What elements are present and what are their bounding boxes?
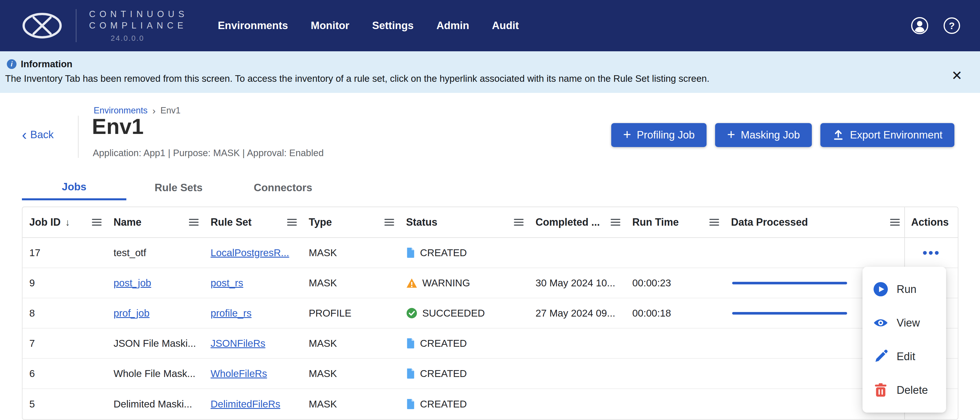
created-file-icon [406, 338, 415, 349]
column-menu-icon[interactable] [385, 219, 394, 226]
cell-job-id: 17 [22, 238, 106, 268]
page-title: Env1 [92, 114, 144, 139]
back-label: Back [30, 129, 54, 141]
col-header-name[interactable]: Name [106, 207, 203, 237]
more-actions-icon[interactable]: ••• [923, 246, 940, 260]
job-name-link[interactable]: post_job [113, 277, 151, 289]
sort-desc-icon[interactable]: ↓ [65, 217, 70, 228]
plus-icon: + [623, 128, 631, 141]
brand-logo[interactable]: CONTINUOUS COMPLIANCE 24.0.0.0 [21, 8, 188, 43]
delphix-logo-icon [21, 12, 63, 40]
rule-set-link[interactable]: WholeFileRs [210, 368, 267, 379]
nav-item-audit[interactable]: Audit [492, 20, 519, 32]
column-menu-icon[interactable] [514, 219, 523, 226]
help-icon[interactable]: ? [943, 18, 960, 34]
rule-set-link[interactable]: DelimitedFileRs [210, 398, 280, 410]
table-row: 8 prof_job profile_rs PROFILE SUCCEEDED … [22, 298, 958, 329]
col-header-status[interactable]: Status [399, 207, 528, 237]
cell-run-time: 00:00:18 [625, 298, 724, 328]
run-play-icon [873, 282, 888, 297]
cell-rule-set: JSONFileRs [203, 329, 301, 358]
data-processed-bar [732, 312, 847, 315]
main-nav: Environments Monitor Settings Admin Audi… [218, 20, 519, 32]
col-header-type[interactable]: Type [301, 207, 399, 237]
main-content: Environments › Env1 ‹ Back Env1 Applicat… [0, 93, 980, 420]
nav-item-settings[interactable]: Settings [372, 20, 414, 32]
cell-data-processed [724, 238, 904, 268]
column-menu-icon[interactable] [710, 219, 719, 226]
cell-run-time [625, 359, 724, 388]
nav-item-admin[interactable]: Admin [436, 20, 469, 32]
nav-item-monitor[interactable]: Monitor [311, 20, 350, 32]
cell-name: post_job [106, 268, 203, 298]
job-name-link[interactable]: prof_job [113, 307, 150, 319]
col-label: Data Processed [731, 216, 808, 228]
menu-item-edit[interactable]: Edit [862, 340, 946, 373]
cell-status: SUCCEEDED [399, 298, 528, 328]
cell-type: MASK [301, 359, 399, 388]
menu-item-label: View [897, 317, 920, 329]
tab-connectors[interactable]: Connectors [231, 175, 335, 200]
table-row: 7 JSON File Maski... JSONFileRs MASK CRE… [22, 329, 958, 359]
cell-job-id: 9 [22, 268, 106, 298]
version-label: 24.0.0.0 [111, 34, 188, 43]
col-header-rule-set[interactable]: Rule Set [203, 207, 301, 237]
header-divider [78, 116, 78, 158]
profiling-job-button[interactable]: + Profiling Job [611, 123, 707, 147]
upload-icon [832, 129, 844, 141]
cell-rule-set: profile_rs [203, 298, 301, 328]
col-header-run-time[interactable]: Run Time [625, 207, 724, 237]
cell-name: prof_job [106, 298, 203, 328]
profiling-job-label: Profiling Job [637, 129, 695, 141]
column-menu-icon[interactable] [611, 219, 620, 226]
cell-job-id: 7 [22, 329, 106, 358]
col-label: Job ID [29, 216, 60, 228]
masking-job-label: Masking Job [741, 129, 800, 141]
cell-type: MASK [301, 238, 399, 268]
col-header-job-id[interactable]: Job ID ↓ [22, 207, 106, 237]
col-label: Completed ... [536, 216, 600, 228]
cell-name: JSON File Maski... [106, 329, 203, 358]
view-eye-icon [873, 315, 888, 330]
menu-item-run[interactable]: Run [862, 272, 946, 306]
account-icon[interactable] [910, 16, 929, 35]
succeeded-check-icon [406, 307, 417, 319]
column-menu-icon[interactable] [890, 219, 900, 226]
col-header-completed[interactable]: Completed ... [528, 207, 625, 237]
cell-status: CREATED [399, 359, 528, 388]
created-file-icon [406, 247, 415, 259]
cell-name: Delimited Maski... [106, 389, 203, 419]
brand-line1: CONTINUOUS [89, 8, 188, 20]
col-label: Status [406, 216, 438, 228]
export-environment-button[interactable]: Export Environment [820, 123, 955, 147]
cell-rule-set: WholeFileRs [203, 359, 301, 388]
menu-item-view[interactable]: View [862, 306, 946, 340]
column-menu-icon[interactable] [189, 219, 199, 226]
delete-trash-icon [873, 383, 888, 398]
cell-completed [528, 359, 625, 388]
menu-item-delete[interactable]: Delete [862, 373, 946, 407]
cell-name: test_otf [106, 238, 203, 268]
cell-run-time [625, 329, 724, 358]
tab-jobs[interactable]: Jobs [22, 175, 126, 200]
col-header-actions: Actions [904, 207, 958, 237]
close-icon[interactable]: ✕ [951, 69, 963, 82]
page-subtitle: Application: App1 | Purpose: MASK | Appr… [93, 148, 323, 158]
rule-set-link[interactable]: JSONFileRs [210, 338, 266, 349]
nav-item-environments[interactable]: Environments [218, 20, 288, 32]
rule-set-link[interactable]: post_rs [210, 277, 243, 289]
cell-run-time [625, 389, 724, 419]
table-row: 17 test_otf LocalPostgresR... MASK CREAT… [22, 238, 958, 268]
tab-rule-sets[interactable]: Rule Sets [126, 175, 231, 200]
tabs-bar: Jobs Rule Sets Connectors [22, 175, 335, 200]
rule-set-link[interactable]: profile_rs [210, 307, 251, 319]
col-header-data-processed[interactable]: Data Processed [724, 207, 904, 237]
masking-job-button[interactable]: + Masking Job [715, 123, 812, 147]
brand-line2: COMPLIANCE [89, 20, 188, 31]
rule-set-link[interactable]: LocalPostgresR... [210, 247, 289, 259]
cell-name: Whole File Mask... [106, 359, 203, 388]
column-menu-icon[interactable] [287, 219, 297, 226]
cell-status: WARNING [399, 268, 528, 298]
column-menu-icon[interactable] [92, 219, 102, 226]
back-button[interactable]: ‹ Back [22, 129, 54, 141]
